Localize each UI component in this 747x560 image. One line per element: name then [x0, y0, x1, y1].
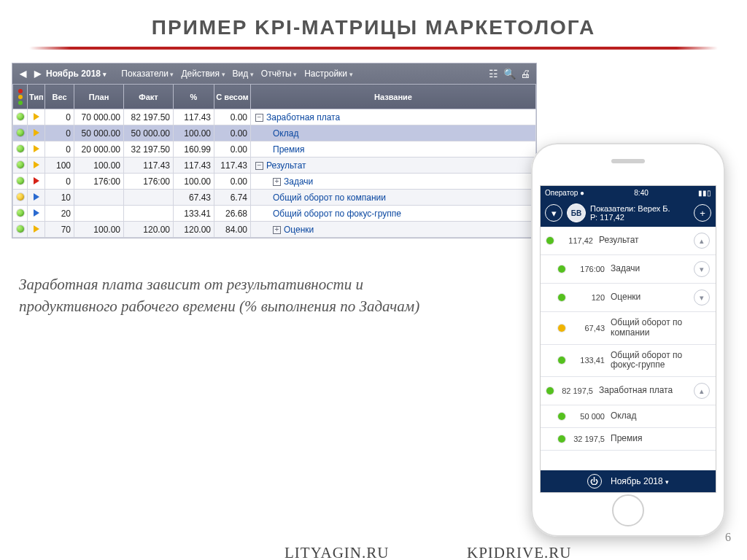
table-row[interactable]: 100100.00117.43117.43117.43−Результат: [13, 158, 536, 174]
col-plan[interactable]: План: [74, 85, 124, 109]
table-row[interactable]: 070 000.0082 197.50117.430.00−Заработная…: [13, 109, 536, 125]
item-name: Оценки: [611, 292, 688, 303]
appbar-title-line2: Р: 117,42: [590, 213, 624, 222]
cell-weight: 100: [45, 158, 74, 174]
chevron-icon[interactable]: ▴: [694, 383, 710, 399]
cell-percent: 100.00: [174, 125, 214, 141]
item-name: Премия: [611, 434, 710, 444]
item-name: Общий оборот по фокус-группе: [611, 351, 710, 371]
prev-month-button[interactable]: ◀: [17, 67, 28, 80]
status-dot: [17, 209, 24, 217]
collapse-icon[interactable]: −: [255, 162, 263, 170]
footer-month-picker[interactable]: Ноябрь 2018 ▾: [611, 476, 669, 486]
col-name[interactable]: Название: [251, 85, 536, 109]
table-row[interactable]: 020 000.0032 197.50160.990.00Премия: [13, 141, 536, 158]
month-label: Ноябрь 2018: [46, 69, 101, 79]
expand-icon[interactable]: +: [273, 178, 281, 186]
type-icon: [34, 145, 39, 152]
collapse-icon[interactable]: −: [255, 114, 263, 122]
cell-plan: 100.00: [74, 222, 124, 238]
item-value: 32 197,5: [571, 435, 605, 443]
item-name: Оклад: [611, 411, 710, 421]
cell-fact: 117.43: [124, 158, 174, 174]
type-icon: [34, 161, 39, 168]
cell-weighted: 0.00: [214, 141, 251, 158]
phone-appbar: ▾ БВ Показатели: Верех Б. Р: 117,42 +: [541, 199, 716, 227]
item-value: 133,41: [571, 356, 605, 365]
table-row[interactable]: 0176:00176:00100.000.00+Задачи: [13, 174, 536, 190]
item-value: 82 197,5: [560, 386, 593, 395]
cell-name: Общий оборот по фокус-группе: [251, 206, 536, 222]
table-row[interactable]: 050 000.0050 000.00100.000.00Оклад: [13, 125, 536, 141]
status-dot: [546, 387, 554, 394]
print-icon[interactable]: 🖨: [519, 68, 532, 79]
carrier-label: Оператор: [545, 189, 578, 197]
phone-statusbar: Оператор ● 8:40 ▮▮▯: [541, 186, 716, 199]
col-weighted[interactable]: С весом: [214, 85, 251, 109]
menu-actions[interactable]: Действия: [181, 69, 225, 79]
month-picker[interactable]: Ноябрь 2018 ▾: [46, 69, 107, 79]
table-row[interactable]: 70100.00120.00120.0084.00+Оценки: [13, 222, 536, 238]
add-button[interactable]: +: [694, 204, 711, 222]
cell-weight: 0: [45, 109, 74, 125]
cell-plan: 50 000.00: [74, 125, 124, 141]
chevron-icon[interactable]: ▴: [694, 233, 710, 249]
status-dot: [546, 237, 554, 244]
table-row[interactable]: 1067.436.74Общий оборот по компании: [13, 190, 536, 206]
dropdown-button[interactable]: ▾: [545, 204, 562, 222]
chevron-icon[interactable]: ▾: [694, 261, 710, 277]
cell-weight: 0: [45, 141, 74, 158]
col-type[interactable]: Тип: [28, 85, 45, 109]
menu-settings[interactable]: Настройки: [304, 69, 352, 79]
cell-weight: 70: [45, 222, 74, 238]
appbar-title: Показатели: Верех Б. Р: 117,42: [590, 204, 689, 222]
avatar[interactable]: БВ: [567, 203, 586, 222]
phone-list-item[interactable]: 67,43Общий оборот по компании: [541, 312, 716, 345]
next-month-button[interactable]: ▶: [31, 67, 43, 80]
col-percent[interactable]: %: [174, 85, 214, 109]
col-fact[interactable]: Факт: [124, 85, 174, 109]
search-icon[interactable]: 🔍: [503, 68, 516, 79]
cell-weight: 10: [45, 190, 74, 206]
type-icon: [34, 113, 39, 120]
menu-indicators[interactable]: Показатели: [121, 69, 174, 79]
cell-percent: 117.43: [174, 109, 214, 125]
cell-name: −Результат: [251, 158, 536, 174]
cell-name: −Заработная плата: [251, 109, 536, 125]
cell-weighted: 0.00: [214, 125, 251, 141]
chevron-icon[interactable]: ▾: [694, 289, 710, 306]
battery-icon: ▮▮▯: [698, 189, 711, 197]
cell-percent: 100.00: [174, 174, 214, 190]
status-dot: [17, 113, 24, 120]
col-weight[interactable]: Вес: [45, 85, 74, 109]
phone-list-item[interactable]: 82 197,5Заработная плата▴: [541, 377, 716, 405]
type-icon: [34, 209, 39, 217]
phone-list-item[interactable]: 32 197,5Премия: [541, 428, 716, 451]
grid-icon[interactable]: ☷: [487, 68, 500, 79]
status-dot: [558, 413, 565, 420]
status-dot: [558, 294, 565, 301]
slide-title: ПРИМЕР KPI-МАТРИЦЫ МАРКЕТОЛОГА: [0, 16, 747, 39]
appbar-title-line1: Показатели: Верех Б.: [590, 204, 670, 213]
col-status[interactable]: [13, 85, 28, 109]
footer-power-button[interactable]: ⏻: [587, 474, 602, 489]
phone-list-item[interactable]: 117,42Результат▴: [541, 227, 716, 255]
phone-list-item[interactable]: 133,41Общий оборот по фокус-группе: [541, 345, 716, 378]
status-dot: [17, 161, 24, 168]
menu-view[interactable]: Вид: [233, 69, 254, 79]
cell-plan: [74, 190, 124, 206]
cell-name: Премия: [251, 141, 536, 158]
phone-list-item[interactable]: 120Оценки▾: [541, 284, 716, 312]
expand-icon[interactable]: +: [273, 226, 281, 234]
cell-fact: 176:00: [124, 174, 174, 190]
link-lityagin: LITYAGIN.RU: [285, 544, 389, 560]
menu-reports[interactable]: Отчёты: [261, 69, 297, 79]
status-dot: [558, 324, 565, 332]
type-icon: [34, 225, 39, 233]
phone-list-item[interactable]: 50 000Оклад: [541, 405, 716, 428]
phone-list[interactable]: 117,42Результат▴176:00Задачи▾120Оценки▾6…: [541, 227, 716, 470]
status-dot: [17, 193, 24, 201]
table-row[interactable]: 20133.4126.68Общий оборот по фокус-групп…: [13, 206, 536, 222]
phone-list-item[interactable]: 176:00Задачи▾: [541, 255, 716, 284]
cell-plan: 20 000.00: [74, 141, 124, 158]
